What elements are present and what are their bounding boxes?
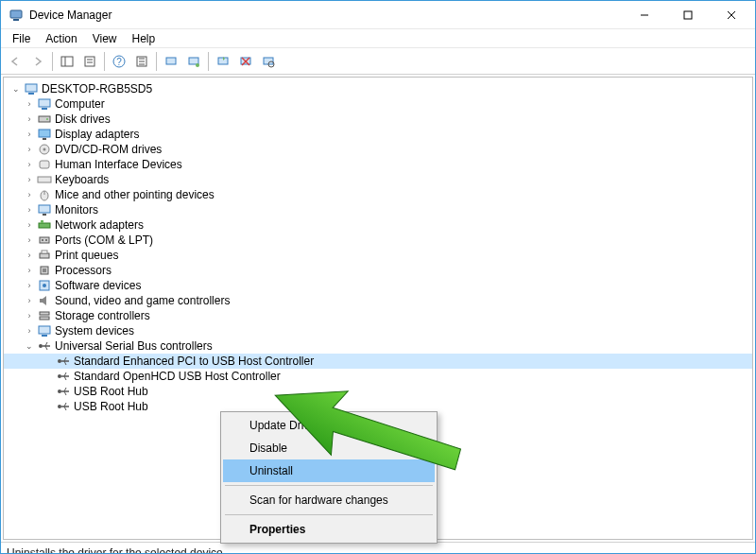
display-icon (37, 127, 52, 142)
close-button[interactable] (710, 1, 753, 29)
svg-rect-3 (684, 11, 692, 19)
expand-icon[interactable]: › (23, 249, 36, 262)
expand-icon[interactable]: › (23, 264, 36, 277)
expand-icon[interactable]: › (23, 309, 36, 322)
tree-category-label: Processors (55, 264, 112, 277)
tree-category[interactable]: ›Processors (4, 263, 752, 278)
svg-rect-44 (41, 220, 43, 223)
tree-category-label: Print queues (55, 249, 118, 262)
devices-by-connection-button[interactable] (183, 51, 204, 72)
tree-category-label: Storage controllers (55, 309, 150, 322)
expand-icon[interactable]: › (23, 294, 36, 307)
svg-rect-26 (26, 84, 37, 92)
tree-category-label: Display adapters (55, 128, 139, 141)
tree-category[interactable]: ›Keyboards (4, 172, 752, 187)
usb-icon (56, 399, 71, 414)
svg-rect-17 (166, 58, 176, 64)
menu-view[interactable]: View (85, 31, 125, 46)
tree-root[interactable]: ⌄ DESKTOP-RGB5SD5 (4, 81, 752, 96)
ctx-update-driver[interactable]: Update Driver Software... (223, 414, 435, 437)
collapse-icon[interactable]: ⌄ (23, 339, 36, 353)
port-icon (37, 233, 52, 248)
expand-icon[interactable]: › (23, 203, 36, 216)
ctx-scan-hardware[interactable]: Scan for hardware changes (223, 489, 435, 511)
hid-icon (37, 157, 52, 172)
tree-category[interactable]: ›Computer (4, 96, 752, 112)
svg-rect-57 (42, 335, 47, 337)
uninstall-device-button[interactable] (235, 51, 256, 72)
svg-point-35 (43, 148, 46, 151)
mouse-icon (37, 187, 52, 202)
device-tree: ⌄ DESKTOP-RGB5SD5 ›Computer›Disk drives›… (4, 78, 752, 418)
print-icon (37, 248, 52, 263)
status-text: Uninstalls the driver for the selected d… (7, 546, 226, 555)
svg-rect-41 (39, 205, 50, 213)
collapse-icon[interactable]: ⌄ (9, 82, 23, 95)
tree-category[interactable]: ›Disk drives (4, 112, 752, 127)
svg-rect-27 (28, 93, 34, 95)
tree-category[interactable]: ›Mice and other pointing devices (4, 187, 752, 202)
tree-category-usb[interactable]: ⌄ Universal Serial Bus controllers (4, 338, 752, 354)
tree-device[interactable]: · Standard OpenHCD USB Host Controller (4, 369, 752, 384)
details-button[interactable] (131, 51, 152, 72)
expand-icon[interactable]: › (23, 234, 36, 247)
dvd-icon (37, 142, 52, 157)
help-button[interactable]: ? (109, 51, 129, 72)
svg-rect-8 (85, 57, 94, 66)
maximize-button[interactable] (666, 1, 710, 29)
tree-category-label: Network adapters (55, 218, 144, 232)
expand-icon[interactable]: › (23, 128, 36, 141)
menubar: File Action View Help (1, 29, 755, 48)
menu-action[interactable]: Action (38, 31, 84, 46)
ctx-disable[interactable]: Disable (223, 437, 435, 459)
expand-icon[interactable]: › (23, 143, 36, 156)
expand-icon[interactable]: › (23, 188, 36, 201)
cpu-icon (37, 263, 52, 278)
expand-icon[interactable]: › (23, 324, 36, 338)
expand-icon[interactable]: › (23, 158, 36, 171)
svg-rect-49 (42, 251, 47, 253)
tree-category[interactable]: ›Print queues (4, 248, 752, 263)
svg-text:?: ? (116, 57, 122, 67)
expand-icon[interactable]: › (23, 97, 36, 111)
update-driver-button[interactable] (213, 51, 233, 72)
context-menu: Update Driver Software... Disable Uninst… (220, 411, 438, 544)
tree-category[interactable]: ›Storage controllers (4, 308, 752, 323)
ctx-uninstall[interactable]: Uninstall (223, 459, 435, 482)
tree-category-label: Sound, video and game controllers (55, 294, 230, 307)
expand-icon[interactable]: › (23, 279, 36, 292)
ctx-properties[interactable]: Properties (223, 518, 435, 541)
tree-category-label: Human Interface Devices (55, 158, 182, 171)
tree-device[interactable]: · USB Root Hub (4, 384, 752, 399)
tree-category[interactable]: ›Monitors (4, 202, 752, 217)
svg-rect-1 (13, 19, 19, 21)
network-icon (37, 217, 52, 233)
usb-icon (56, 369, 71, 384)
tree-category[interactable]: ›DVD/CD-ROM drives (4, 142, 752, 157)
menu-file[interactable]: File (5, 31, 38, 46)
expand-icon[interactable]: › (23, 173, 36, 186)
tree-category[interactable]: ›System devices (4, 323, 752, 338)
minimize-button[interactable] (623, 1, 666, 29)
menu-help[interactable]: Help (125, 31, 163, 46)
svg-rect-33 (43, 138, 46, 140)
tree-category[interactable]: ›Network adapters (4, 217, 752, 233)
svg-rect-30 (39, 116, 50, 122)
tree-category-label: DVD/CD-ROM drives (55, 143, 162, 156)
forward-button[interactable] (27, 51, 48, 72)
svg-rect-0 (10, 10, 22, 18)
tree-device-selected[interactable]: · Standard Enhanced PCI to USB Host Cont… (4, 354, 752, 369)
tree-category[interactable]: ›Human Interface Devices (4, 157, 752, 172)
expand-icon[interactable]: › (23, 218, 36, 232)
devices-by-type-button[interactable] (161, 51, 181, 72)
tree-category[interactable]: ›Ports (COM & LPT) (4, 233, 752, 248)
tree-category[interactable]: ›Sound, video and game controllers (4, 293, 752, 308)
properties-button[interactable] (79, 51, 100, 72)
scan-hardware-button[interactable] (258, 51, 279, 72)
tree-category[interactable]: ›Software devices (4, 278, 752, 293)
expand-icon[interactable]: › (23, 113, 36, 126)
tree-category[interactable]: ›Display adapters (4, 127, 752, 142)
svg-rect-29 (42, 108, 47, 110)
show-hide-console-button[interactable] (57, 51, 77, 72)
back-button[interactable] (5, 51, 26, 72)
